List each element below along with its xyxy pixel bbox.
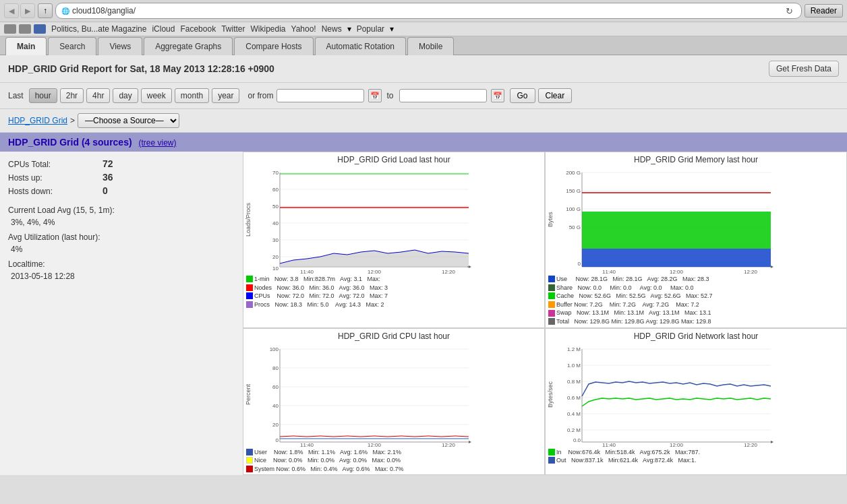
reader-button[interactable]: Reader: [805, 4, 843, 18]
svg-text:12:20: 12:20: [442, 442, 456, 447]
svg-marker-59: [469, 441, 471, 443]
svg-text:100: 100: [270, 346, 279, 352]
back-button[interactable]: ◀: [4, 3, 19, 18]
tab-automatic-rotation[interactable]: Automatic Rotation: [315, 37, 406, 55]
lock-icon: 🌐: [61, 7, 69, 15]
hosts-up-value: 36: [103, 172, 113, 183]
to-calendar-button[interactable]: 📅: [491, 89, 504, 102]
cpus-total-value: 72: [103, 158, 113, 169]
cpu-chart: HDP_GRID Grid CPU last hour Percent 100 …: [243, 328, 545, 476]
breadcrumb: HDP_GRID Grid > —Choose a Source—: [0, 109, 847, 133]
charts-grid: HDP_GRID Grid Load last hour Loads/Procs: [243, 152, 847, 475]
to-date-input[interactable]: [399, 89, 487, 102]
bookmark-twitter[interactable]: Twitter: [221, 24, 245, 34]
hosts-up-label: Hosts up:: [8, 173, 89, 183]
load-chart-title: HDP_GRID Grid Load last hour: [243, 152, 544, 166]
forward-button[interactable]: ▶: [20, 3, 35, 18]
svg-marker-42: [771, 265, 773, 268]
cpu-chart-title: HDP_GRID Grid CPU last hour: [243, 329, 544, 342]
to-label: to: [387, 91, 394, 100]
cpu-chart-svg: 100 80 60 40 20 0 11:40 12:: [253, 342, 482, 447]
svg-text:60: 60: [272, 384, 279, 390]
bookmark-wikipedia[interactable]: Wikipedia: [250, 24, 285, 34]
localtime-label: Localtime:: [8, 258, 235, 270]
current-load-label: Current Load Avg (15, 5, 1m):: [8, 204, 235, 216]
tab-search[interactable]: Search: [48, 37, 96, 55]
hosts-down-label: Hosts down:: [8, 187, 89, 196]
svg-text:1.2 M: 1.2 M: [567, 346, 581, 352]
svg-text:200 G: 200 G: [566, 170, 581, 176]
memory-chart-title: HDP_GRID Grid Memory last hour: [546, 152, 846, 166]
page-tabs: Main Search Views Aggregate Graphs Compa…: [0, 36, 847, 55]
svg-text:0: 0: [578, 261, 581, 267]
load-legend: 1-min Now: 3.8 Min:828.7m Avg: 3.1 Max: …: [243, 274, 544, 310]
avg-util-label: Avg Utilization (last hour):: [8, 231, 235, 243]
tab-main[interactable]: Main: [5, 37, 47, 55]
url-input[interactable]: [72, 6, 781, 15]
bookmark-politics[interactable]: Politics, Bu...ate Magazine: [51, 24, 146, 34]
tab-views[interactable]: Views: [98, 37, 142, 55]
svg-rect-38: [582, 249, 771, 267]
tab-aggregate-graphs[interactable]: Aggregate Graphs: [144, 37, 233, 55]
bookmarks-bar: Politics, Bu...ate Magazine iCloud Faceb…: [0, 22, 847, 36]
svg-marker-78: [771, 441, 773, 443]
news-dropdown[interactable]: News: [322, 24, 342, 34]
svg-text:20: 20: [272, 422, 279, 428]
svg-text:12:00: 12:00: [368, 442, 382, 447]
memory-legend: Use Now: 28.1G Min: 28.1G Avg: 28.2G Max…: [546, 274, 846, 327]
svg-text:100 G: 100 G: [566, 206, 581, 212]
time-btn-month[interactable]: month: [175, 88, 209, 103]
svg-text:12:00: 12:00: [670, 269, 684, 274]
time-btn-week[interactable]: week: [141, 88, 172, 103]
svg-text:70: 70: [272, 170, 279, 176]
bookmark-icons: [4, 24, 46, 34]
svg-text:30: 30: [272, 237, 279, 243]
or-from-label: or from: [247, 91, 273, 100]
browser-toolbar: ◀ ▶ ↑ 🌐 ↻ Reader: [0, 0, 847, 22]
svg-marker-22: [469, 265, 471, 268]
tab-mobile[interactable]: Mobile: [407, 37, 454, 55]
from-date-input[interactable]: [276, 89, 364, 102]
time-btn-day[interactable]: day: [113, 88, 138, 103]
nav-buttons: ◀ ▶: [4, 3, 35, 18]
time-btn-2hr[interactable]: 2hr: [60, 88, 84, 103]
source-select[interactable]: —Choose a Source—: [78, 113, 179, 128]
share-button[interactable]: ↑: [38, 3, 53, 18]
tree-view-link[interactable]: (tree view): [139, 138, 177, 148]
time-btn-hour[interactable]: hour: [29, 88, 57, 103]
svg-text:20: 20: [272, 254, 279, 260]
fresh-data-button[interactable]: Get Fresh Data: [769, 61, 839, 77]
network-chart: HDP_GRID Grid Network last hour Bytes/se…: [545, 328, 847, 476]
grid-section: HDP_GRID Grid (4 sources) (tree view) CP…: [0, 133, 847, 475]
svg-text:12:00: 12:00: [670, 442, 684, 447]
time-btn-year[interactable]: year: [212, 88, 239, 103]
header-bar: HDP_GRID Grid Report for Sat, 18 May 201…: [0, 55, 847, 83]
memory-chart-svg: 200 G 150 G 100 G 50 G 0: [555, 166, 784, 274]
time-btn-4hr[interactable]: 4hr: [86, 88, 110, 103]
from-calendar-button[interactable]: 📅: [368, 89, 382, 102]
svg-text:12:20: 12:20: [442, 269, 456, 274]
hosts-down-value: 0: [103, 185, 108, 196]
clear-button[interactable]: Clear: [538, 88, 573, 103]
breadcrumb-grid-link[interactable]: HDP_GRID Grid: [8, 116, 67, 125]
go-button[interactable]: Go: [510, 88, 535, 103]
localtime-value: 2013-05-18 12:28: [11, 270, 235, 282]
grid-header: HDP_GRID Grid (4 sources) (tree view): [0, 133, 847, 152]
svg-text:12:20: 12:20: [744, 442, 758, 447]
tab-compare-hosts[interactable]: Compare Hosts: [234, 37, 313, 55]
bookmark-facebook[interactable]: Facebook: [180, 24, 216, 34]
network-y-label: Bytes/sec: [546, 342, 555, 447]
cpu-y-label: Percent: [243, 342, 253, 447]
current-load-value: 3%, 4%, 4%: [11, 216, 235, 228]
cpus-total-label: CPUs Total:: [8, 160, 89, 169]
load-chart: HDP_GRID Grid Load last hour Loads/Procs: [243, 152, 545, 328]
bookmark-yahoo[interactable]: Yahoo!: [291, 24, 316, 34]
bookmark-icon-2: [19, 24, 31, 34]
popular-dropdown[interactable]: Popular: [357, 24, 384, 34]
svg-text:50: 50: [272, 203, 279, 210]
hosts-up-row: Hosts up: 36: [8, 172, 235, 183]
last-label: Last: [8, 91, 24, 100]
svg-text:40: 40: [272, 220, 279, 226]
reload-button[interactable]: ↻: [784, 5, 796, 17]
bookmark-icloud[interactable]: iCloud: [152, 24, 175, 34]
